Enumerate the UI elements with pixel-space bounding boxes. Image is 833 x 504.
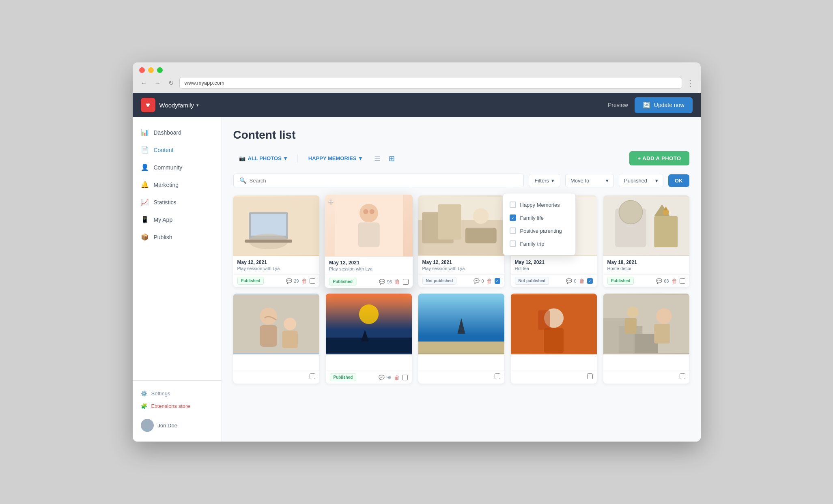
search-input[interactable] (250, 178, 518, 184)
maximize-button[interactable] (157, 67, 163, 73)
avatar (141, 419, 154, 432)
photo-select-checkbox[interactable] (495, 373, 500, 379)
status-badge: Published (237, 277, 264, 285)
sidebar-item-myapp[interactable]: 📱 My App (133, 211, 222, 228)
card-checkbox-checked[interactable]: ✓ (495, 278, 500, 284)
photo-select-checkbox[interactable] (310, 373, 315, 379)
svg-point-1 (142, 428, 152, 432)
photo-footer: Not published 💬 0 🗑 ✓ (418, 274, 504, 287)
card-checkbox-checked[interactable]: ✓ (587, 278, 593, 284)
album-filter[interactable]: HAPPY MEMORIES ▾ (303, 152, 368, 165)
photo-thumbnail (326, 294, 412, 354)
delete-icon[interactable]: 🗑 (672, 278, 677, 284)
photo-footer (511, 371, 597, 382)
happy-memories-checkbox[interactable] (510, 202, 516, 208)
status-badge: Not published (422, 277, 457, 285)
delete-icon[interactable]: 🗑 (486, 278, 492, 284)
grid-view-button[interactable]: ⊞ (387, 152, 396, 165)
brand-name[interactable]: Woodyfamily ▾ (159, 102, 199, 109)
photo-card-dragging: ✛ May 12, 2021 Pla (325, 195, 412, 288)
filters-chevron: ▾ (551, 178, 554, 184)
comment-icon: 💬 (379, 375, 385, 380)
happy-memories-label: Happy Memories (520, 202, 560, 208)
photo-thumbnail (603, 294, 689, 354)
photo-card: Published 💬 96 🗑 (326, 294, 412, 384)
sidebar-item-label: Statistics (154, 199, 177, 206)
drag-handle-icon[interactable]: ✛ (328, 198, 334, 206)
comment-count: 💬 0 (474, 278, 484, 284)
sidebar-item-label: Publish (154, 234, 172, 240)
sidebar-item-label: Marketing (154, 182, 179, 188)
filters-button[interactable]: Filters ▾ (529, 174, 560, 187)
photo-select-checkbox[interactable] (310, 278, 315, 284)
status-badge: Not published (515, 277, 549, 285)
sidebar-item-community[interactable]: 👤 Community (133, 159, 222, 176)
photo-footer (233, 371, 319, 382)
myapp-icon: 📱 (141, 216, 149, 223)
sidebar-item-label: Community (154, 164, 183, 171)
photo-card (511, 294, 597, 384)
photo-grid: May 12, 2021 Play session with Lya Publi… (233, 195, 689, 384)
photo-card (418, 294, 504, 384)
browser-menu-icon[interactable]: ⋮ (686, 78, 694, 88)
comment-count: 💬 0 (566, 278, 576, 284)
settings-label: Settings (151, 390, 170, 397)
comment-count: 💬 29 (286, 278, 299, 284)
preview-button[interactable]: Preview (601, 99, 635, 112)
delete-icon[interactable]: 🗑 (394, 278, 400, 285)
photo-description: Home decor (607, 266, 685, 271)
dropdown-item-happy-memories[interactable]: Happy Memories (503, 198, 575, 211)
photo-select-checkbox[interactable] (403, 279, 408, 284)
close-button[interactable] (139, 67, 145, 73)
forward-button[interactable]: → (153, 78, 163, 88)
published-select[interactable]: Published ▾ (619, 174, 663, 187)
sidebar-item-statistics[interactable]: 📈 Statistics (133, 193, 222, 211)
sidebar-item-marketing[interactable]: 🔔 Marketing (133, 176, 222, 193)
comment-count: 💬 96 (379, 279, 392, 284)
back-button[interactable]: ← (139, 78, 149, 88)
photo-select-checkbox[interactable] (680, 373, 685, 379)
delete-icon[interactable]: 🗑 (579, 278, 585, 284)
update-now-button[interactable]: 🔄 Update now (635, 97, 693, 113)
minimize-button[interactable] (148, 67, 154, 73)
sidebar-item-publish[interactable]: 📦 Publish (133, 228, 222, 246)
app-container: ♥ Woodyfamily ▾ Preview 🔄 Update now 📊 D… (133, 93, 701, 442)
add-photo-button[interactable]: + ADD A PHOTO (629, 151, 689, 165)
move-to-label: Move to (570, 178, 589, 184)
photo-info (603, 354, 689, 371)
delete-icon[interactable]: 🗑 (394, 374, 400, 381)
settings-item[interactable]: ⚙️ Settings (139, 387, 215, 400)
photo-thumbnail (418, 195, 504, 256)
svg-rect-48 (625, 318, 637, 334)
dropdown-item-family-trip[interactable]: Family trip (503, 237, 575, 250)
delete-icon[interactable]: 🗑 (301, 278, 307, 284)
reload-button[interactable]: ↻ (167, 77, 175, 88)
sidebar-item-label: Content (154, 147, 174, 153)
all-photos-label: ALL PHOTOS (248, 155, 282, 161)
photo-card (603, 294, 689, 384)
move-to-select[interactable]: Move to ▾ (565, 174, 614, 187)
positive-parenting-checkbox[interactable] (510, 227, 516, 234)
address-bar[interactable] (179, 77, 682, 89)
content-icon: 📄 (141, 146, 149, 154)
extensions-item[interactable]: 🧩 Extensions store (139, 400, 215, 412)
family-life-checkbox[interactable]: ✓ (510, 214, 516, 221)
sidebar-item-content[interactable]: 📄 Content (133, 141, 222, 159)
content-area: Content list 📷 ALL PHOTOS ▾ HAPPY MEMORI… (222, 117, 701, 442)
family-trip-checkbox[interactable] (510, 240, 516, 247)
photo-footer (418, 371, 504, 382)
sidebar-item-dashboard[interactable]: 📊 Dashboard (133, 124, 222, 141)
all-photos-filter[interactable]: 📷 ALL PHOTOS ▾ (233, 152, 293, 165)
ok-button[interactable]: OK (668, 174, 689, 187)
photo-select-checkbox[interactable] (402, 375, 408, 380)
svg-point-16 (473, 208, 489, 224)
dropdown-item-positive-parenting[interactable]: Positive parenting (503, 224, 575, 237)
dropdown-item-family-life[interactable]: ✓ Family life (503, 211, 575, 224)
photo-select-checkbox[interactable] (587, 373, 593, 379)
list-view-button[interactable]: ☰ (372, 152, 382, 165)
photo-date: May 12, 2021 (237, 260, 315, 265)
photo-select-checkbox[interactable] (680, 278, 685, 284)
photo-info (326, 354, 412, 371)
photo-footer: Published 💬 96 🗑 (326, 371, 412, 384)
user-item[interactable]: Jon Doe (139, 416, 215, 435)
